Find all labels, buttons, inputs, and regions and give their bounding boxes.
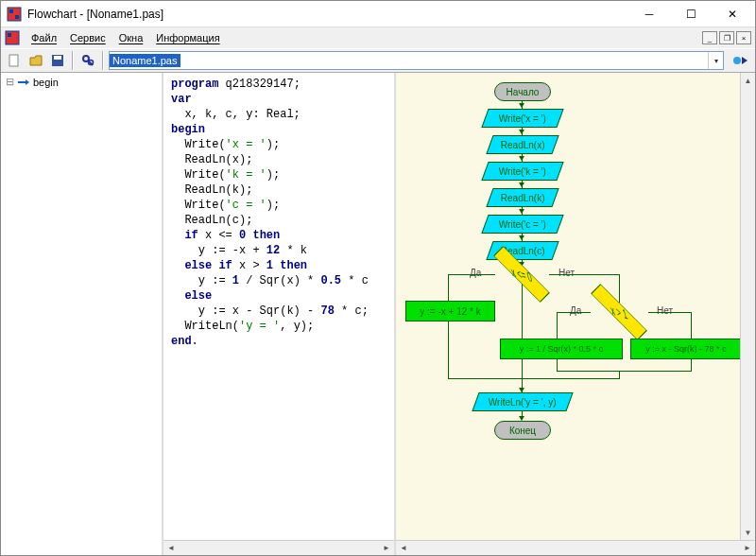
app-icon [7, 7, 22, 22]
flowchart-canvas[interactable]: Начало Write('x = ') ReadLn(x) Write('k … [396, 73, 755, 540]
flow-connector [549, 274, 620, 275]
open-file-button[interactable] [26, 51, 45, 70]
menu-file[interactable]: Файл [26, 30, 62, 45]
toolbar-separator [102, 51, 104, 70]
chevron-down-icon[interactable]: ▾ [708, 52, 723, 69]
mdi-minimize-button[interactable]: _ [702, 31, 717, 44]
scroll-track[interactable] [411, 542, 740, 555]
flow-connector [619, 371, 620, 378]
title-bar: Flowchart - [Noname1.pas] ─ ☐ ✕ [1, 1, 755, 27]
process-y2: y := 1 / Sqr(x) * 0.5 * c [500, 339, 623, 359]
flow-v-scrollbar[interactable]: ▲ ▼ [740, 73, 755, 540]
file-combo-selected: Noname1.pas [110, 54, 180, 67]
scroll-track[interactable] [179, 542, 379, 555]
code-editor[interactable]: program q218329147; var x, k, c, y: Real… [163, 73, 394, 540]
flow-connector [557, 359, 558, 371]
close-button[interactable]: ✕ [712, 2, 753, 26]
branch-no: Нет [558, 268, 575, 278]
terminator-end: Конец [494, 421, 551, 440]
svg-point-8 [83, 56, 89, 61]
minimize-button[interactable]: ─ [628, 2, 670, 26]
scroll-down-icon[interactable]: ▼ [742, 525, 755, 540]
io-write-c: Write('c = ') [481, 215, 563, 234]
flow-connector [557, 312, 558, 339]
scroll-right-icon[interactable]: ► [379, 542, 394, 555]
io-write-x: Write('x = ') [481, 109, 563, 128]
scroll-up-icon[interactable]: ▲ [742, 73, 755, 88]
branch-no: Нет [657, 305, 673, 316]
mdi-restore-button[interactable]: ❐ [719, 31, 734, 44]
run-button[interactable] [730, 51, 751, 70]
branch-yes: Да [470, 268, 481, 278]
flow-connector [448, 378, 620, 379]
scroll-left-icon[interactable]: ◄ [163, 542, 179, 555]
scroll-right-icon[interactable]: ► [740, 542, 755, 555]
flow-h-scrollbar[interactable]: ◄ ► [396, 540, 755, 555]
file-combo[interactable]: Noname1.pas ▾ [109, 51, 724, 70]
flow-connector [619, 274, 620, 303]
arrow-icon [519, 156, 524, 161]
child-window-icon [5, 30, 20, 45]
arrow-icon [519, 209, 524, 214]
arrow-icon [519, 130, 524, 134]
flow-connector [448, 321, 449, 378]
arrow-icon [519, 235, 524, 240]
content-area: ⊟ begin program q218329147; var x, k, c,… [1, 73, 755, 555]
io-read-x: ReadLn(x) [486, 135, 558, 154]
tree-root[interactable]: ⊟ begin [5, 75, 158, 89]
flow-connector [448, 274, 449, 301]
find-button[interactable] [78, 51, 97, 70]
process-y3: y := x - Sqr(k) - 78 * c [630, 339, 742, 359]
branch-yes: Да [570, 305, 581, 316]
flow-connector [691, 312, 692, 339]
arrow-icon [519, 103, 524, 108]
svg-rect-5 [9, 55, 18, 66]
flow-connector [557, 371, 692, 372]
menu-bar: Файл Сервис Окна Информация _ ❐ × [1, 27, 755, 48]
tree-root-label: begin [33, 77, 59, 88]
svg-rect-4 [8, 33, 11, 37]
scroll-track[interactable] [742, 88, 755, 525]
svg-point-11 [733, 57, 741, 64]
io-read-k: ReadLn(k) [486, 188, 558, 207]
svg-rect-7 [54, 56, 61, 60]
toolbar-separator [72, 51, 74, 70]
flow-connector [448, 274, 495, 275]
io-write-k: Write('k = ') [481, 162, 563, 181]
svg-rect-2 [15, 15, 19, 19]
maximize-button[interactable]: ☐ [670, 2, 712, 26]
menu-windows[interactable]: Окна [113, 30, 149, 45]
flow-connector [648, 312, 691, 313]
io-write-y: WriteLn('y = ', y) [472, 392, 573, 411]
svg-rect-1 [9, 9, 13, 13]
mdi-close-button[interactable]: × [736, 31, 751, 44]
menu-info[interactable]: Информация [150, 30, 225, 45]
flow-connector [557, 312, 591, 313]
save-file-button[interactable] [48, 51, 67, 70]
tree-collapse-icon: ⊟ [6, 76, 14, 88]
new-file-button[interactable] [5, 51, 24, 70]
scroll-left-icon[interactable]: ◄ [396, 542, 411, 555]
menu-service[interactable]: Сервис [64, 30, 112, 45]
arrow-icon [519, 182, 524, 187]
tree-panel: ⊟ begin [1, 73, 163, 555]
code-h-scrollbar[interactable]: ◄ ► [163, 540, 394, 555]
flowchart-panel: Начало Write('x = ') ReadLn(x) Write('k … [396, 73, 755, 555]
code-panel: program q218329147; var x, k, c, y: Real… [163, 73, 396, 555]
terminator-start: Начало [494, 82, 551, 101]
window-title: Flowchart - [Noname1.pas] [27, 8, 628, 21]
arrow-right-icon [17, 78, 30, 87]
process-y1: y := -x + 12 * k [405, 301, 495, 321]
toolbar: Noname1.pas ▾ [1, 48, 755, 73]
flow-connector [691, 359, 692, 371]
